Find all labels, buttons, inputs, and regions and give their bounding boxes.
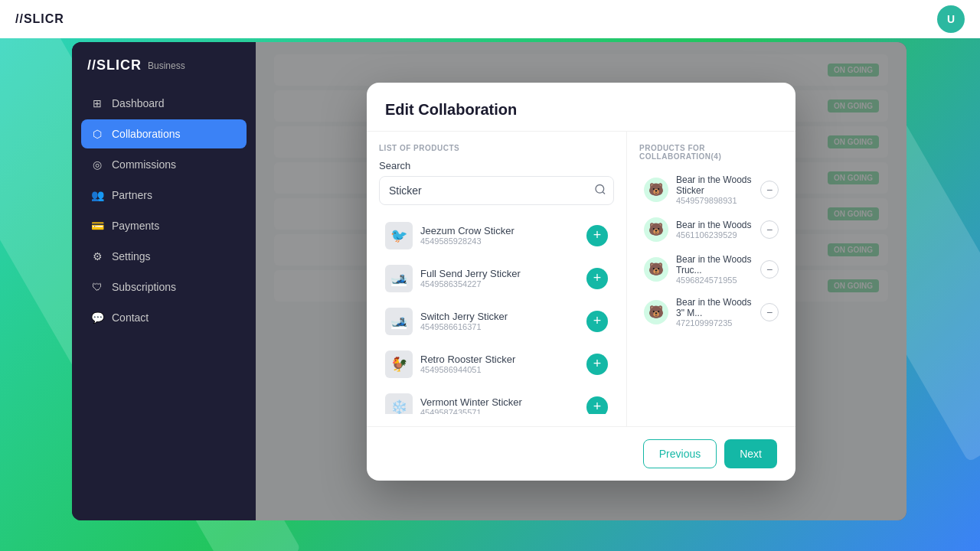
- selected-info-2: Bear in the Woods 4561106239529: [676, 220, 753, 240]
- modal-title: Edit Collaboration: [385, 101, 777, 119]
- sidebar-item-subscriptions[interactable]: 🛡 Subscriptions: [81, 272, 247, 302]
- product-thumb-3: 🎿: [385, 308, 413, 335]
- add-product-btn-1[interactable]: +: [586, 225, 608, 246]
- sidebar-item-payments[interactable]: 💳 Payments: [81, 211, 247, 240]
- product-sku-4: 4549586944051: [420, 365, 579, 374]
- next-button[interactable]: Next: [724, 439, 777, 468]
- product-info-5: Vermont Winter Sticker 4549587435571: [420, 396, 579, 414]
- selected-sku-4: 472109997235: [676, 318, 753, 328]
- user-avatar[interactable]: U: [937, 5, 965, 33]
- product-info-3: Switch Jerry Sticker 4549586616371: [420, 311, 579, 331]
- contact-icon: 💬: [90, 311, 104, 324]
- sidebar-item-collaborations[interactable]: ⬡ Collaborations: [81, 119, 247, 148]
- products-section-label: LIST OF PRODUCTS: [379, 144, 614, 152]
- search-icon: [594, 183, 606, 195]
- product-item-4[interactable]: 🐓 Retro Rooster Sticker 4549586944051 +: [379, 343, 614, 386]
- sidebar-item-settings[interactable]: ⚙ Settings: [81, 242, 247, 271]
- sidebar-label-settings: Settings: [112, 250, 151, 262]
- product-info-1: Jeezum Crow Sticker 4549585928243: [420, 225, 579, 246]
- selected-thumb-2: 🐻: [644, 217, 668, 242]
- app-logo: //SLICR: [15, 12, 64, 26]
- product-info-4: Retro Rooster Sticker 4549586944051: [420, 354, 579, 374]
- modal-footer: Previous Next: [367, 426, 795, 481]
- search-input[interactable]: [379, 176, 614, 205]
- selected-section-label: PRODUCTS FOR COLLABORATION(4): [639, 144, 783, 161]
- sidebar-nav: ⊞ Dashboard ⬡ Collaborations ◎ Commissio…: [72, 89, 256, 332]
- top-bar: //SLICR U: [0, 0, 980, 38]
- selected-item-4: 🐻 Bear in the Woods 3" M... 472109997235…: [639, 291, 783, 334]
- product-item-3[interactable]: 🎿 Switch Jerry Sticker 4549586616371 +: [379, 300, 614, 343]
- product-thumb-4: 🐓: [385, 350, 413, 378]
- sidebar-label-partners: Partners: [112, 189, 152, 201]
- modal-overlay: Edit Collaboration LIST OF PRODUCTS Sear…: [256, 42, 906, 520]
- add-product-btn-4[interactable]: +: [586, 354, 608, 375]
- main-content: ON GOING ON GOING ON GOING ON GOING ON G…: [256, 42, 906, 520]
- product-name-4: Retro Rooster Sticker: [420, 354, 579, 365]
- product-sku-1: 4549585928243: [420, 236, 579, 246]
- svg-line-1: [603, 191, 605, 194]
- product-name-5: Vermont Winter Sticker: [420, 396, 579, 408]
- add-product-btn-3[interactable]: +: [586, 311, 608, 332]
- selected-name-3: Bear in the Woods Truc...: [676, 254, 753, 276]
- product-sku-5: 4549587435571: [420, 408, 579, 414]
- add-product-btn-2[interactable]: +: [586, 268, 608, 289]
- product-thumb-2: 🎿: [385, 265, 413, 292]
- remove-btn-3[interactable]: −: [760, 260, 779, 279]
- product-item-5[interactable]: ❄️ Vermont Winter Sticker 4549587435571 …: [379, 386, 614, 414]
- selected-thumb-4: 🐻: [644, 300, 668, 324]
- product-sku-3: 4549586616371: [420, 322, 579, 331]
- selected-sku-3: 4596824571955: [676, 276, 753, 285]
- selected-products-panel: PRODUCTS FOR COLLABORATION(4) 🐻 Bear in …: [627, 132, 795, 426]
- dashboard-icon: ⊞: [90, 96, 104, 110]
- svg-point-0: [596, 184, 604, 193]
- selected-info-1: Bear in the Woods Sticker 4549579898931: [676, 174, 753, 205]
- product-item-2[interactable]: 🎿 Full Send Jerry Sticker 4549586354227 …: [379, 257, 614, 300]
- sidebar-logo-sub: Business: [148, 60, 185, 71]
- selected-name-2: Bear in the Woods: [676, 220, 753, 230]
- subscriptions-icon: 🛡: [90, 280, 104, 294]
- selected-name-1: Bear in the Woods Sticker: [676, 174, 753, 196]
- payments-icon: 💳: [90, 219, 104, 233]
- selected-name-4: Bear in the Woods 3" M...: [676, 297, 753, 318]
- sidebar-item-commissions[interactable]: ◎ Commissions: [81, 150, 247, 179]
- product-sku-2: 4549586354227: [420, 279, 579, 289]
- sidebar-logo: //SLICR Business: [72, 57, 256, 89]
- product-name-2: Full Send Jerry Sticker: [420, 268, 579, 279]
- sidebar-label-payments: Payments: [112, 220, 159, 232]
- sidebar-label-dashboard: Dashboard: [112, 97, 165, 109]
- selected-sku-2: 4561106239529: [676, 230, 753, 240]
- selected-thumb-3: 🐻: [644, 257, 668, 282]
- search-container: [379, 176, 614, 205]
- selected-item-1: 🐻 Bear in the Woods Sticker 454957989893…: [639, 168, 783, 211]
- sidebar-label-collaborations: Collaborations: [112, 128, 181, 140]
- sidebar-label-commissions: Commissions: [112, 158, 176, 171]
- remove-btn-1[interactable]: −: [760, 181, 779, 199]
- remove-btn-4[interactable]: −: [760, 303, 779, 321]
- product-search-panel: LIST OF PRODUCTS Search: [367, 132, 627, 426]
- search-label: Search: [379, 160, 614, 171]
- app-container: //SLICR Business ⊞ Dashboard ⬡ Collabora…: [72, 42, 906, 520]
- sidebar-item-contact[interactable]: 💬 Contact: [81, 303, 247, 332]
- sidebar-item-partners[interactable]: 👥 Partners: [81, 181, 247, 210]
- add-product-btn-5[interactable]: +: [586, 396, 608, 414]
- modal-body: LIST OF PRODUCTS Search: [367, 132, 795, 426]
- partners-icon: 👥: [90, 188, 104, 202]
- edit-collaboration-modal: Edit Collaboration LIST OF PRODUCTS Sear…: [367, 83, 795, 481]
- collaborations-icon: ⬡: [90, 127, 104, 141]
- selected-info-4: Bear in the Woods 3" M... 472109997235: [676, 297, 753, 328]
- product-item-1[interactable]: 🐦 Jeezum Crow Sticker 4549585928243 +: [379, 214, 614, 257]
- selected-thumb-1: 🐻: [644, 178, 668, 202]
- product-name-1: Jeezum Crow Sticker: [420, 225, 579, 236]
- product-info-2: Full Send Jerry Sticker 4549586354227: [420, 268, 579, 289]
- modal-header: Edit Collaboration: [367, 83, 795, 132]
- search-button[interactable]: [594, 183, 606, 197]
- product-thumb-1: 🐦: [385, 222, 413, 249]
- sidebar-label-subscriptions: Subscriptions: [112, 281, 176, 293]
- settings-icon: ⚙: [90, 249, 104, 263]
- selected-sku-1: 4549579898931: [676, 196, 753, 205]
- remove-btn-2[interactable]: −: [760, 220, 779, 239]
- sidebar-logo-text: //SLICR: [87, 57, 142, 73]
- commissions-icon: ◎: [90, 158, 104, 171]
- sidebar-item-dashboard[interactable]: ⊞ Dashboard: [81, 89, 247, 118]
- previous-button[interactable]: Previous: [643, 439, 717, 468]
